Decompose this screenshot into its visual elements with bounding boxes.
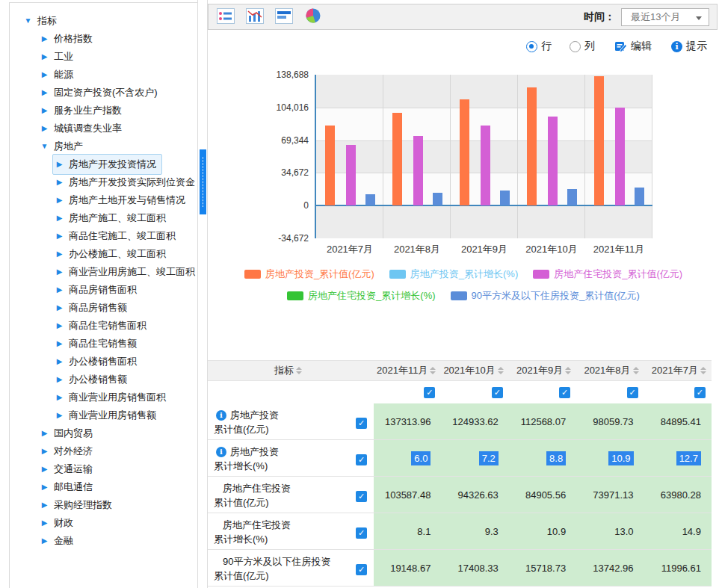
checkbox-checked-icon[interactable]: ✓ — [492, 387, 503, 398]
tree-node-29[interactable]: ▶金融 — [10, 532, 197, 550]
tree-node-27[interactable]: ▶采购经理指数 — [10, 496, 197, 514]
combo-chart-button[interactable] — [245, 8, 265, 26]
header-indicator[interactable]: 指标 — [208, 361, 374, 380]
triangle-right-icon[interactable]: ▶ — [55, 371, 64, 389]
data-list-button[interactable] — [216, 8, 235, 26]
tree-node-20[interactable]: ▶办公楼销售额 — [10, 371, 197, 389]
triangle-right-icon[interactable]: ▶ — [55, 227, 64, 245]
triangle-right-icon[interactable]: ▶ — [40, 478, 49, 496]
edit-button[interactable]: 编辑 — [614, 40, 652, 53]
triangle-right-icon[interactable]: ▶ — [40, 514, 49, 532]
header-month-2[interactable]: 2021年9月 — [509, 361, 576, 380]
triangle-right-icon[interactable]: ▶ — [40, 496, 49, 514]
tree-node-24[interactable]: ▶对外经济 — [10, 442, 197, 460]
horizontal-bar-button[interactable] — [274, 8, 294, 26]
header-month-0[interactable]: 2021年11月 — [374, 361, 441, 380]
checkbox-checked-icon[interactable]: ✓ — [559, 387, 570, 398]
checkbox-checked-icon[interactable]: ✓ — [356, 491, 367, 502]
tree-node-9[interactable]: ▶房地产开发投资实际到位资金 — [10, 173, 197, 191]
tree-node-3[interactable]: ▶能源 — [10, 66, 197, 84]
triangle-right-icon[interactable]: ▶ — [55, 299, 64, 317]
tree-node-18[interactable]: ▶商品住宅销售额 — [10, 335, 197, 353]
cell-value: 103587.48 — [385, 489, 431, 501]
splitter-drag-handle[interactable] — [200, 149, 206, 214]
tree-node-21[interactable]: ▶商业营业用房销售面积 — [10, 389, 197, 406]
header-indicator-label: 指标 — [274, 364, 294, 377]
value-cell-r2-c2: 84905.56 — [509, 477, 576, 513]
triangle-down-icon[interactable]: ▼ — [40, 137, 49, 155]
triangle-right-icon[interactable]: ▶ — [55, 263, 64, 281]
info-icon[interactable]: i — [216, 447, 226, 457]
cell-value: 9.3 — [485, 526, 499, 537]
header-month-4[interactable]: 2021年7月 — [644, 361, 712, 380]
value-cell-r4-c4: 11996.61 — [644, 550, 712, 586]
triangle-right-icon[interactable]: ▶ — [40, 102, 49, 120]
tree-node-4[interactable]: ▶固定资产投资(不含农户) — [10, 84, 197, 102]
tree-node-13[interactable]: ▶办公楼施工、竣工面积 — [10, 245, 197, 263]
checkbox-checked-icon[interactable]: ✓ — [424, 387, 435, 398]
checkbox-checked-icon[interactable]: ✓ — [356, 527, 367, 539]
triangle-right-icon[interactable]: ▶ — [55, 191, 64, 209]
tree-node-2[interactable]: ▶工业 — [10, 48, 197, 66]
tree-node-15[interactable]: ▶商品房销售面积 — [10, 281, 197, 299]
checkbox-checked-icon[interactable]: ✓ — [356, 418, 367, 429]
header-month-label: 2021年9月 — [516, 364, 563, 377]
triangle-down-icon[interactable]: ▼ — [24, 12, 32, 30]
triangle-right-icon[interactable]: ▶ — [40, 532, 49, 550]
tree-node-25[interactable]: ▶交通运输 — [10, 460, 197, 478]
highlighted-value: 8.8 — [546, 451, 566, 465]
tree-node-28[interactable]: ▶财政 — [10, 514, 197, 532]
triangle-right-icon[interactable]: ▶ — [40, 460, 49, 478]
tree-node-label: 办公楼销售面积 — [69, 353, 137, 371]
tree-node-26[interactable]: ▶邮电通信 — [10, 478, 197, 496]
triangle-right-icon[interactable]: ▶ — [55, 245, 64, 263]
triangle-right-icon[interactable]: ▶ — [55, 353, 64, 371]
column-checkbox-cell-3: ✓ — [576, 381, 644, 403]
triangle-right-icon[interactable]: ▶ — [40, 66, 49, 84]
triangle-right-icon[interactable]: ▶ — [55, 281, 64, 299]
triangle-right-icon[interactable]: ▶ — [40, 442, 49, 460]
triangle-right-icon[interactable]: ▶ — [55, 209, 64, 227]
triangle-right-icon[interactable]: ▶ — [55, 335, 64, 353]
time-range-dropdown[interactable]: 最近13个月 — [621, 8, 709, 26]
header-month-3[interactable]: 2021年8月 — [576, 361, 644, 380]
tree-node-6[interactable]: ▶城镇调查失业率 — [10, 120, 197, 137]
tree-node-23[interactable]: ▶国内贸易 — [10, 424, 197, 442]
tree-node-19[interactable]: ▶办公楼销售面积 — [10, 353, 197, 371]
triangle-right-icon[interactable]: ▶ — [40, 30, 49, 48]
tree-node-11[interactable]: ▶房地产施工、竣工面积 — [10, 209, 197, 227]
tree-node-12[interactable]: ▶商品住宅施工、竣工面积 — [10, 227, 197, 245]
gridline-vertical — [450, 75, 451, 238]
checkbox-checked-icon[interactable]: ✓ — [694, 387, 706, 398]
triangle-right-icon[interactable]: ▶ — [55, 155, 64, 173]
triangle-right-icon[interactable]: ▶ — [55, 406, 64, 424]
checkbox-checked-icon[interactable]: ✓ — [356, 564, 367, 575]
header-month-1[interactable]: 2021年10月 — [441, 361, 508, 380]
triangle-right-icon[interactable]: ▶ — [40, 84, 49, 102]
triangle-right-icon[interactable]: ▶ — [55, 389, 64, 406]
tree-node-10[interactable]: ▶房地产土地开发与销售情况 — [10, 191, 197, 209]
radio-option-1[interactable]: 列 — [570, 40, 595, 53]
triangle-right-icon[interactable]: ▶ — [40, 424, 49, 442]
tree-node-22[interactable]: ▶商业营业用房销售额 — [10, 406, 197, 424]
legend-item-1: 房地产投资_累计增长(%) — [389, 267, 518, 281]
info-icon[interactable]: i — [216, 410, 226, 421]
checkbox-checked-icon[interactable]: ✓ — [356, 454, 367, 465]
tree-node-14[interactable]: ▶商业营业用房施工、竣工面积 — [10, 263, 197, 281]
tree-node-0[interactable]: ▼指标 — [10, 12, 197, 30]
checkbox-checked-icon[interactable]: ✓ — [627, 387, 638, 398]
tree-node-7[interactable]: ▼房地产 — [10, 137, 197, 155]
tree-node-1[interactable]: ▶价格指数 — [10, 30, 197, 48]
column-checkbox-row: ✓✓✓✓✓ — [208, 381, 712, 403]
hint-button[interactable]: i 提示 — [671, 40, 707, 53]
tree-node-16[interactable]: ▶商品房销售额 — [10, 299, 197, 317]
radio-option-0[interactable]: 行 — [526, 40, 552, 53]
tree-node-8[interactable]: ▶房地产开发投资情况 — [10, 155, 197, 173]
pie-chart-button[interactable] — [303, 8, 323, 26]
tree-node-5[interactable]: ▶服务业生产指数 — [10, 102, 197, 120]
triangle-right-icon[interactable]: ▶ — [40, 48, 49, 66]
triangle-right-icon[interactable]: ▶ — [55, 317, 64, 335]
triangle-right-icon[interactable]: ▶ — [40, 120, 49, 137]
tree-node-17[interactable]: ▶商品住宅销售面积 — [10, 317, 197, 335]
triangle-right-icon[interactable]: ▶ — [55, 173, 64, 191]
